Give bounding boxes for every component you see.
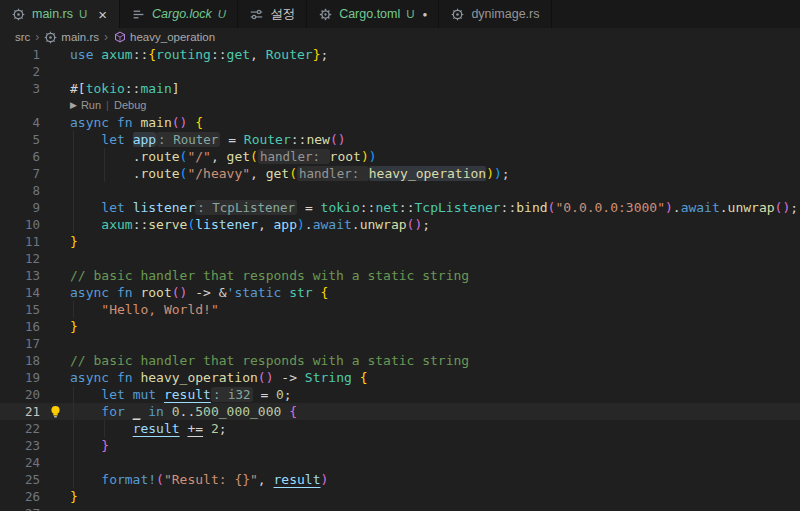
code-line[interactable]: 22 result += 2; [0, 420, 800, 437]
code-text [70, 505, 800, 511]
glyph-margin [40, 437, 70, 454]
code-text: axum::serve(listener, app).await.unwrap(… [70, 216, 800, 233]
git-status-badge: U [79, 8, 87, 20]
code-line[interactable]: 26} [0, 488, 800, 505]
glyph-margin [40, 386, 70, 403]
code-line[interactable]: 11} [0, 233, 800, 250]
code-text: async fn heavy_operation() -> String { [70, 369, 800, 386]
tab-label: dynimage.rs [471, 0, 539, 28]
glyph-margin [40, 165, 70, 182]
code-line[interactable]: 3#[tokio::main] [0, 80, 800, 97]
run-icon[interactable]: ▶ [70, 97, 77, 114]
indent-guide [73, 182, 74, 199]
line-number: 3 [0, 80, 40, 97]
line-number: 16 [0, 318, 40, 335]
glyph-margin [40, 216, 70, 233]
breadcrumb-item-src[interactable]: src [15, 31, 30, 43]
indent-guide [73, 437, 74, 454]
code-editor[interactable]: 1use axum::{routing::get, Router};23#[to… [0, 46, 800, 511]
code-line[interactable]: 19async fn heavy_operation() -> String { [0, 369, 800, 386]
code-text: let mut result: i32 = 0; [70, 386, 800, 403]
codelens-run-link[interactable]: Run [81, 97, 101, 114]
code-line[interactable]: 1use axum::{routing::get, Router}; [0, 46, 800, 63]
line-number: 5 [0, 131, 40, 148]
code-text: // basic handler that responds with a st… [70, 267, 800, 284]
line-number: 10 [0, 216, 40, 233]
line-number: 20 [0, 386, 40, 403]
codelens-separator: | [101, 97, 114, 114]
indent-guide [104, 420, 105, 437]
code-text: // basic handler that responds with a st… [70, 352, 800, 369]
code-text [70, 454, 800, 471]
glyph-margin [40, 131, 70, 148]
code-line[interactable]: 2 [0, 63, 800, 80]
tab-cargo-lock[interactable]: Cargo.lockU [120, 0, 238, 28]
code-line[interactable]: 15 "Hello, World!" [0, 301, 800, 318]
code-line[interactable]: 18// basic handler that responds with a … [0, 352, 800, 369]
line-number: 2 [0, 63, 40, 80]
code-text: let app: Router = Router::new() [70, 131, 800, 148]
code-line[interactable]: 14async fn root() -> &'static str { [0, 284, 800, 301]
code-line[interactable]: 17 [0, 335, 800, 352]
list-icon [131, 7, 146, 22]
code-line[interactable]: 24 [0, 454, 800, 471]
code-text: #[tokio::main] [70, 80, 800, 97]
code-line[interactable]: 20 let mut result: i32 = 0; [0, 386, 800, 403]
line-number: 15 [0, 301, 40, 318]
glyph-margin [40, 369, 70, 386]
code-text: } [70, 437, 800, 454]
code-line[interactable]: 27 [0, 505, 800, 511]
rust-icon [11, 7, 26, 22]
tab-main-rs[interactable]: main.rsU× [0, 0, 120, 28]
glyph-margin [40, 114, 70, 131]
code-line[interactable]: 4async fn main() { [0, 114, 800, 131]
codelens-row: ▶Run|Debug [0, 97, 800, 114]
editor-tab-bar: main.rsU×Cargo.lockU설정Cargo.tomlU●dynima… [0, 0, 800, 28]
code-line[interactable]: 6 .route("/", get(handler: root)) [0, 148, 800, 165]
glyph-margin [40, 318, 70, 335]
code-line[interactable]: 10 axum::serve(listener, app).await.unwr… [0, 216, 800, 233]
glyph-margin [40, 335, 70, 352]
modified-dot-icon: ● [423, 10, 428, 19]
line-number: 26 [0, 488, 40, 505]
codelens-debug-link[interactable]: Debug [114, 97, 146, 114]
line-number: 23 [0, 437, 40, 454]
vscode-window: main.rsU×Cargo.lockU설정Cargo.tomlU●dynima… [0, 0, 800, 511]
indent-guide [73, 199, 74, 216]
code-line[interactable]: 16} [0, 318, 800, 335]
code-line[interactable]: 23 } [0, 437, 800, 454]
chevron-right-icon: › [102, 30, 110, 44]
code-text: } [70, 488, 800, 505]
symbol-method-icon [113, 31, 126, 44]
code-text: result += 2; [70, 420, 800, 437]
tab-label: Cargo.lock [152, 0, 212, 28]
code-line[interactable]: 8 [0, 182, 800, 199]
line-number: 4 [0, 114, 40, 131]
code-text: format!("Result: {}", result) [70, 471, 800, 488]
line-number: 9 [0, 199, 40, 216]
code-text [70, 250, 800, 267]
code-text: let listener: TcpListener = tokio::net::… [70, 199, 800, 216]
glyph-margin [40, 403, 70, 420]
code-line[interactable]: 21 for _ in 0..500_000_000 { [0, 403, 800, 420]
tab-cargo-toml[interactable]: Cargo.tomlU● [307, 0, 439, 28]
glyph-margin [40, 471, 70, 488]
code-line[interactable]: 12 [0, 250, 800, 267]
lightbulb-icon[interactable] [49, 405, 62, 419]
close-icon[interactable]: × [97, 7, 108, 22]
breadcrumb-item-main-rs[interactable]: main.rs [44, 31, 99, 44]
tab-settings[interactable]: 설정 [238, 0, 307, 28]
tab-dynimage-rs[interactable]: dynimage.rs [439, 0, 551, 28]
code-line[interactable]: 13// basic handler that responds with a … [0, 267, 800, 284]
code-line[interactable]: 5 let app: Router = Router::new() [0, 131, 800, 148]
breadcrumb-item-heavy-operation[interactable]: heavy_operation [113, 31, 215, 44]
code-text: async fn root() -> &'static str { [70, 284, 800, 301]
code-line[interactable]: 9 let listener: TcpListener = tokio::net… [0, 199, 800, 216]
code-line[interactable]: 7 .route("/heavy", get(handler: heavy_op… [0, 165, 800, 182]
glyph-margin [40, 182, 70, 199]
tab-label: Cargo.toml [339, 0, 400, 28]
indent-guide [73, 403, 74, 420]
line-number: 11 [0, 233, 40, 250]
indent-guide [104, 165, 105, 182]
code-line[interactable]: 25 format!("Result: {}", result) [0, 471, 800, 488]
